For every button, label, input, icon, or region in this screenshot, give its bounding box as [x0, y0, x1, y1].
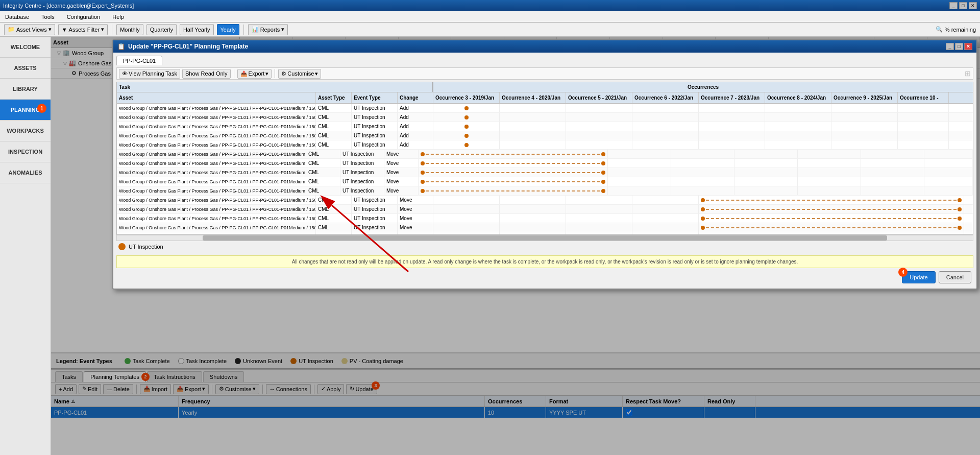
move-line-9: [426, 181, 600, 182]
row3-occ9: [831, 122, 898, 131]
row10-occ9: [861, 186, 924, 195]
reports-btn[interactable]: 📊 Reports ▾: [248, 24, 288, 35]
sidebar-item-anomalies[interactable]: ANOMALIES: [0, 162, 51, 183]
row14-occ-later: [699, 223, 964, 232]
sidebar-item-assets[interactable]: ASSETS: [0, 58, 51, 79]
modal-legend: UT Inspection: [116, 241, 973, 252]
sidebar-item-welcome[interactable]: WELCOME: [0, 37, 51, 58]
move-line-7: [426, 163, 600, 164]
row7-occ7: [734, 159, 798, 167]
row3-occ4: [500, 122, 566, 131]
row2-occ6: [632, 113, 699, 122]
row7-occ6: [671, 159, 734, 167]
modal-row-9[interactable]: Wood Group / Onshore Gas Plant / Process…: [117, 177, 973, 186]
row1-occ7: [699, 104, 765, 112]
row2-occ10: [898, 113, 949, 122]
row6-occ5: [608, 150, 671, 158]
menu-help[interactable]: Help: [110, 13, 126, 21]
later-dot-start-12: [701, 207, 705, 211]
minimize-btn[interactable]: _: [949, 2, 958, 9]
maximize-btn[interactable]: □: [959, 2, 967, 9]
modal-row-3[interactable]: Wood Group / Onshore Gas Plant / Process…: [117, 122, 973, 131]
row14-event: UT Inspection: [352, 223, 398, 232]
row6-occ9: [861, 150, 924, 158]
sidebar-item-library[interactable]: LIBRARY: [0, 79, 51, 100]
row4-change: Add: [398, 131, 433, 140]
modal-tab-pp-pg-cl01[interactable]: PP-PG-CL01: [116, 56, 162, 65]
row14-change: Move: [398, 223, 433, 232]
sidebar-item-inspection[interactable]: INSPECTION: [0, 141, 51, 162]
sidebar-item-workpacks[interactable]: WORKPACKS: [0, 121, 51, 141]
modal-row-7[interactable]: Wood Group / Onshore Gas Plant / Process…: [117, 159, 973, 168]
modal-row-12[interactable]: Wood Group / Onshore Gas Plant / Process…: [117, 205, 973, 214]
row9-type: CML: [306, 177, 340, 186]
row6-asset: Wood Group / Onshore Gas Plant / Process…: [117, 150, 306, 158]
quarterly-btn[interactable]: Quarterly: [146, 24, 177, 35]
modal-maximize-btn[interactable]: □: [955, 43, 963, 50]
asset-views-btn[interactable]: 📁 Asset Views ▾: [4, 24, 55, 35]
yearly-btn[interactable]: Yearly: [217, 24, 239, 35]
later-line-13: [706, 218, 957, 219]
modal-row-11[interactable]: Wood Group / Onshore Gas Plant / Process…: [117, 196, 973, 205]
modal-toolbar: 👁 View Planning Task Show Read Only 📤 Ex…: [116, 67, 973, 80]
modal-row-6[interactable]: Wood Group / Onshore Gas Plant / Process…: [117, 150, 973, 159]
modal-cancel-btn[interactable]: Cancel: [939, 271, 971, 283]
menu-database[interactable]: Database: [3, 13, 31, 21]
row1-event: UT Inspection: [352, 104, 398, 112]
percent-remaining: 🔍 % remaining: [936, 26, 976, 33]
row5-occ7: [699, 140, 765, 149]
modal-scrollbar[interactable]: [203, 235, 888, 241]
modal-export-btn[interactable]: 📤 Export ▾: [237, 69, 272, 79]
modal-row-1[interactable]: Wood Group / Onshore Gas Plant / Process…: [117, 104, 973, 113]
modal-row-10[interactable]: Wood Group / Onshore Gas Plant / Process…: [117, 186, 973, 196]
move-start-dot-6: [421, 152, 425, 156]
later-dot-end-11: [958, 198, 962, 202]
dot-r5-3: [464, 143, 469, 147]
row11-change: Move: [398, 196, 433, 204]
row12-change: Move: [398, 205, 433, 213]
modal-row-13[interactable]: Wood Group / Onshore Gas Plant / Process…: [117, 214, 973, 223]
modal-sep2: [275, 69, 275, 78]
row2-occ4: [500, 113, 566, 122]
row9-occ7: [734, 177, 798, 186]
row6-occ6: [671, 150, 734, 158]
row10-event: UT Inspection: [340, 186, 384, 195]
show-read-only-btn[interactable]: Show Read Only: [182, 69, 231, 79]
view-planning-task-btn[interactable]: 👁 View Planning Task: [119, 69, 180, 79]
menu-tools[interactable]: Tools: [39, 13, 57, 21]
row1-asset: Wood Group / Onshore Gas Plant / Process…: [117, 104, 316, 112]
modal-row-14[interactable]: Wood Group / Onshore Gas Plant / Process…: [117, 223, 973, 232]
row8-occ7: [734, 168, 798, 177]
row10-occ7: [734, 186, 798, 195]
modal-customise-btn[interactable]: ⚙ Customise ▾: [278, 69, 321, 79]
modal-row-2[interactable]: Wood Group / Onshore Gas Plant / Process…: [117, 113, 973, 122]
row2-occ7: [699, 113, 765, 122]
row5-occ5: [566, 140, 632, 149]
monthly-btn[interactable]: Monthly: [116, 24, 143, 35]
row10-occ6: [671, 186, 734, 195]
col-occ5: Occurrence 5 - 2021/Jan: [566, 92, 632, 103]
row4-asset: Wood Group / Onshore Gas Plant / Process…: [117, 131, 316, 140]
report-icon: 📊: [252, 26, 259, 33]
resize-handle[interactable]: ⊞: [965, 69, 971, 78]
modal-update-btn[interactable]: Update 4: [902, 271, 935, 283]
dot-r4-3: [464, 134, 469, 138]
modal-close-btn[interactable]: ✕: [964, 43, 972, 50]
modal-minimize-btn[interactable]: _: [946, 43, 954, 50]
row8-change: Move: [384, 168, 419, 177]
row3-change: Add: [398, 122, 433, 131]
assets-filter-btn[interactable]: ▼ Assets Filter ▾: [58, 24, 108, 35]
col-occ9: Occurrence 9 - 2025/Jan: [831, 92, 898, 103]
half-yearly-btn[interactable]: Half Yearly: [180, 24, 214, 35]
modal-row-8[interactable]: Wood Group / Onshore Gas Plant / Process…: [117, 168, 973, 177]
modal-scrollbar-area[interactable]: [116, 235, 973, 241]
modal-sep1: [234, 69, 234, 78]
modal-row-5[interactable]: Wood Group / Onshore Gas Plant / Process…: [117, 140, 973, 150]
row8-occ-range: [419, 168, 608, 177]
sidebar-item-planning[interactable]: PLANNING 1: [0, 100, 51, 121]
menu-configuration[interactable]: Configuration: [65, 13, 102, 21]
close-app-btn[interactable]: ✕: [969, 2, 977, 9]
modal-row-4[interactable]: Wood Group / Onshore Gas Plant / Process…: [117, 131, 973, 140]
col-occ7: Occurrence 7 - 2023/Jan: [699, 92, 765, 103]
modal-title-icon: 📋: [117, 43, 125, 50]
